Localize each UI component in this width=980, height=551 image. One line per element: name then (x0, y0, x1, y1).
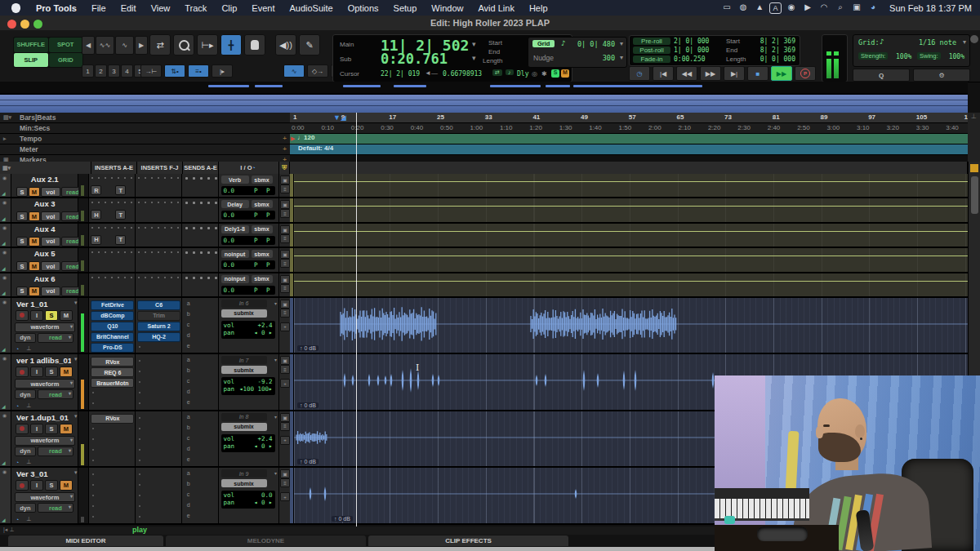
insert-slot-dot[interactable] (124, 227, 126, 229)
insert-slot-dot[interactable] (158, 177, 159, 179)
clip-gain-label[interactable]: ↑ 0 dB (297, 402, 318, 408)
track-name[interactable]: Ver 1.dup1_01 (16, 413, 72, 422)
spot-mode-button[interactable]: SPOT (49, 38, 83, 52)
smart-tool-button[interactable]: ╋ (220, 34, 242, 56)
track-resize-icon[interactable]: ◢ (2, 240, 6, 246)
solo-button[interactable]: S (16, 261, 28, 271)
elastic-audio-icon[interactable]: ⊥ (26, 459, 31, 465)
mute-button[interactable]: M (60, 367, 73, 377)
insert-slot-dot[interactable] (98, 227, 100, 229)
track-options-button[interactable]: ≡ (280, 184, 290, 193)
volume-pan-display[interactable]: vol-9.2pan◂100 100▸ (221, 377, 275, 395)
fadein-value[interactable]: 0:00.250 (674, 56, 706, 63)
insert-button[interactable]: C6 (137, 300, 180, 310)
menu-item-edit[interactable]: Edit (114, 3, 144, 13)
add-insert-button[interactable]: + (280, 322, 290, 331)
insert-button[interactable]: Trim (137, 311, 180, 321)
insert-slot-dot[interactable] (118, 277, 119, 278)
solo-status-badge[interactable]: S (551, 69, 559, 78)
bus-chip[interactable]: sbmx (252, 225, 273, 233)
ruler-label-barsbeats[interactable]: Bars|Beats▤▾ (0, 113, 290, 123)
zoom-preset-4[interactable]: 4 (121, 64, 133, 78)
solo-button[interactable]: S (45, 367, 58, 377)
input-a-icon[interactable]: A (769, 2, 782, 14)
insert-slot-dot[interactable] (139, 402, 140, 404)
insert-button[interactable]: HQ-2 (137, 332, 180, 342)
timebase-icon[interactable]: ◔ (16, 517, 19, 522)
midi-merge-icon[interactable]: ♪ (506, 69, 514, 75)
menubar-clock[interactable]: Sun Feb 18 1:37 PM (889, 3, 972, 13)
trim-tool-button[interactable]: ⊢▸ (197, 34, 218, 56)
track-view-selector[interactable]: waveform▾ (15, 492, 75, 502)
io-clock-icon[interactable]: ◔ (252, 165, 255, 171)
timeline-end-value[interactable]: 8| 2| 369 (760, 47, 795, 54)
insert-slot-dot[interactable] (92, 392, 94, 393)
solo-button[interactable]: S (16, 287, 28, 296)
send-slot[interactable]: e (187, 399, 190, 405)
insert-slot-dot[interactable] (177, 227, 179, 229)
elastic-audio-icon[interactable]: ⊥ (26, 345, 31, 352)
insert-button[interactable]: Q10 (91, 322, 134, 331)
display-icon[interactable]: ▣ (850, 2, 863, 14)
send-slot[interactable]: b (187, 424, 190, 430)
volume-button[interactable]: vol (41, 187, 60, 197)
insert-slot-dot[interactable] (92, 516, 94, 518)
automation-follows-edit-button[interactable]: ∿ (283, 64, 305, 78)
clip-effects-button[interactable]: ▣ (280, 250, 290, 259)
insert-slot-dot[interactable] (92, 460, 94, 461)
track-freeze-icon[interactable]: ◉ (2, 175, 7, 180)
output-path-chip[interactable]: Verb (221, 176, 249, 184)
track-name[interactable]: ver 1 adlibs_01 (16, 356, 72, 365)
delay-comp-label[interactable]: Dly (517, 70, 528, 78)
meter-ruler[interactable]: Default: 4/4 (290, 144, 968, 155)
countoff-icon[interactable]: ◎ (532, 70, 537, 78)
nudge-selector-icon[interactable]: ▾ (620, 54, 623, 61)
insert-slot-dot[interactable] (139, 438, 140, 440)
aux-track-lane[interactable] (294, 174, 968, 197)
video-icon[interactable]: ▭ (720, 2, 733, 14)
insert-slot-dot[interactable] (124, 251, 126, 253)
insert-button[interactable]: Saturn 2 (137, 322, 180, 331)
menu-item-options[interactable]: Options (341, 3, 386, 13)
insert-slot-dot[interactable] (145, 251, 146, 253)
insert-slot-dot[interactable] (131, 251, 132, 253)
send-slot[interactable]: e (187, 513, 190, 518)
insert-slot-dot[interactable] (158, 251, 159, 253)
insert-slot-dot[interactable] (171, 177, 172, 179)
dyn-button[interactable]: dyn (15, 389, 36, 399)
send-led[interactable] (193, 177, 195, 180)
tab-melodyne[interactable]: MELODYNE (166, 535, 366, 546)
grid-note-icon[interactable]: ♪ (561, 39, 565, 47)
timeline-insertion-icon[interactable]: ⇄ (492, 69, 502, 76)
volume-button[interactable]: vol (41, 287, 60, 296)
zoom-toggle-button[interactable]: ⇄ (149, 34, 171, 56)
send-led[interactable] (215, 177, 217, 180)
insert-slot-dot[interactable] (177, 202, 179, 203)
add-event-button[interactable]: + (283, 144, 287, 154)
track-resize-icon[interactable]: ◢ (2, 346, 6, 352)
add-insert-button[interactable]: + (280, 492, 290, 501)
insert-slot-dot[interactable] (138, 202, 140, 203)
track-list-menu-icon[interactable]: ▦▾ (2, 165, 11, 171)
playhead-line[interactable] (356, 113, 357, 527)
elastic-audio-icon[interactable]: ⊥ (26, 402, 31, 409)
insert-slot-dot[interactable] (151, 202, 153, 203)
add-insert-button[interactable]: + (280, 379, 290, 388)
volume-display[interactable]: 0.0P P (221, 211, 275, 220)
automation-mode-button[interactable]: read▾ (38, 389, 74, 399)
mute-button[interactable]: M (29, 211, 40, 221)
inserts-fj-header[interactable]: INSERTS F-J (137, 162, 183, 174)
track-resize-icon[interactable]: ◢ (2, 190, 6, 196)
track-freeze-icon[interactable]: ◉ (2, 274, 7, 280)
input-path-chip[interactable]: In 6 (221, 300, 267, 308)
user-icon[interactable]: ◉ (785, 2, 798, 14)
clip-effects-button[interactable]: ▣ (280, 356, 290, 365)
input-path-chip[interactable]: In 9 (221, 469, 267, 478)
send-slot[interactable]: b (187, 481, 190, 487)
output-path-chip[interactable]: submix (221, 309, 267, 318)
volume-pan-display[interactable]: vol+2.4pan◂ 0 ▸ (221, 434, 275, 452)
insert-slot-dot[interactable] (98, 277, 100, 278)
insert-slot-dot[interactable] (91, 202, 93, 203)
go-to-end-button[interactable]: ▶| (724, 66, 745, 81)
bus-chip[interactable]: sbmx (252, 250, 273, 258)
